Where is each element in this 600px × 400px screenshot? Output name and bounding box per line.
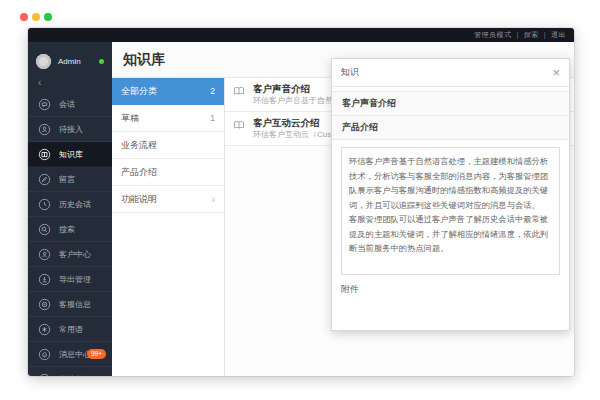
popup-title: 知识 [341, 66, 359, 79]
category-list: 全部分类 2 草稿 1 业务流程 产品介绍 功能说明 › [112, 78, 225, 376]
user-name: Admin [58, 57, 81, 66]
topbar: 管理员模式 ｜ 探索 ｜ 退出 [28, 28, 574, 42]
category-all[interactable]: 全部分类 2 [112, 78, 224, 105]
open-book-icon [233, 85, 245, 97]
bell-icon [38, 348, 51, 361]
collapse-sidebar-button[interactable]: ‹ [28, 76, 112, 92]
book-icon [38, 148, 51, 161]
knowledge-popup: 知识 × 客户声音介绍 产品介绍 环信客户声音基于自然语言处理，主题建模和情感分… [331, 58, 570, 331]
user-row: Admin [28, 46, 112, 76]
asterisk-icon [38, 323, 51, 336]
online-status-dot [99, 59, 104, 64]
sidebar-item-search[interactable]: 搜索 [28, 217, 112, 242]
category-drafts[interactable]: 草稿 1 [112, 105, 224, 132]
attachments-label: 附件 [332, 275, 569, 296]
avatar [36, 54, 51, 69]
chevron-right-icon: › [212, 194, 215, 205]
page-title: 知识库 [123, 51, 165, 69]
sidebar-item-export[interactable]: 导出管理 [28, 267, 112, 292]
sidebar-item-statistics[interactable]: 统计数据 [28, 367, 112, 376]
clock-icon [38, 198, 51, 211]
sidebar-item-history[interactable]: 历史会话 [28, 192, 112, 217]
category-count: 1 [210, 113, 215, 123]
sidebar-menu: 会话 待接入 知识库 留言 历史会话 搜索 [28, 92, 112, 376]
sidebar-item-customer-center[interactable]: 客户中心 [28, 242, 112, 267]
category-count: 2 [210, 86, 215, 96]
sidebar-item-queue[interactable]: 待接入 [28, 117, 112, 142]
search-icon [38, 223, 51, 236]
sidebar-item-knowledge-base[interactable]: 知识库 [28, 142, 112, 167]
download-icon [38, 273, 51, 286]
category-product-intro[interactable]: 产品介绍 [112, 159, 224, 186]
category-feature-docs[interactable]: 功能说明 › [112, 186, 224, 213]
topbar-menu-links[interactable]: 管理员模式 ｜ 探索 ｜ 退出 [474, 30, 566, 40]
knowledge-entries: 客户声音介绍 产品介绍 [332, 91, 569, 140]
knowledge-entry-customer-voice[interactable]: 客户声音介绍 [332, 91, 569, 116]
category-business-process[interactable]: 业务流程 [112, 132, 224, 159]
knowledge-popup-header: 知识 × [332, 59, 569, 87]
close-window-button[interactable] [20, 13, 28, 21]
person-icon [38, 123, 51, 136]
app-window: 管理员模式 ｜ 探索 ｜ 退出 Admin ‹ 会话 待接入 知识库 留 [28, 28, 574, 376]
unread-count-badge: 99+ [87, 349, 106, 359]
sidebar-item-sessions[interactable]: 会话 [28, 92, 112, 117]
chart-icon [38, 373, 51, 377]
sidebar-item-messages[interactable]: 留言 [28, 167, 112, 192]
knowledge-body-text: 环信客户声音基于自然语言处理，主题建模和情感分析技术，分析访客与客服全部的消息内… [341, 147, 560, 275]
chat-bubble-icon [38, 98, 51, 111]
open-book-icon [233, 119, 245, 131]
zoom-window-button[interactable] [44, 13, 52, 21]
window-controls [20, 13, 52, 21]
minimize-window-button[interactable] [32, 13, 40, 21]
sidebar-item-message-center[interactable]: 消息中心 99+ [28, 342, 112, 367]
close-icon[interactable]: × [552, 66, 560, 79]
target-icon [38, 298, 51, 311]
user-circle-icon [38, 248, 51, 261]
knowledge-entry-product-intro[interactable]: 产品介绍 [332, 115, 569, 140]
sidebar: Admin ‹ 会话 待接入 知识库 留言 历史会话 [28, 42, 112, 376]
sidebar-item-quick-replies[interactable]: 常用语 [28, 317, 112, 342]
pencil-icon [38, 173, 51, 186]
sidebar-item-agent-info[interactable]: 客服信息 [28, 292, 112, 317]
